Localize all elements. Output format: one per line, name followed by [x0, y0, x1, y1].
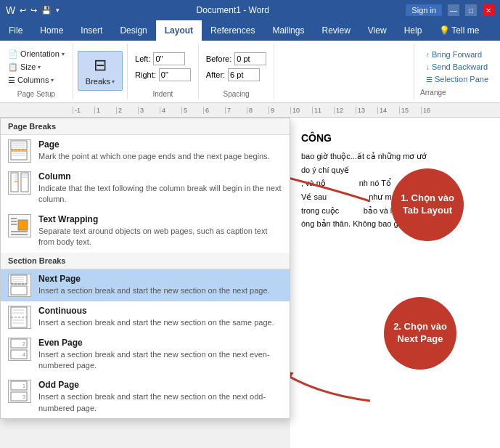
ruler-mark: 8: [247, 107, 269, 114]
spacing-content: Before: After:: [203, 45, 269, 89]
doc-para-2: do ý chí quyế: [301, 163, 489, 177]
orientation-icon: 📄: [8, 49, 18, 59]
quick-access-save[interactable]: 💾: [41, 6, 52, 15]
indent-right-input[interactable]: [159, 68, 191, 81]
bring-forward-item[interactable]: ↑ Bring Forward: [425, 49, 490, 60]
close-button[interactable]: ✕: [483, 4, 494, 16]
doc-para-6: óng bản thân. Không bao giờ biết chùn bư…: [301, 217, 489, 231]
svg-text:3: 3: [22, 394, 25, 399]
tell-me-label: Tell me: [451, 25, 479, 36]
even-page-text: Even Page Insert a section break and sta…: [38, 338, 282, 372]
even-page-item[interactable]: 2 4 Even Page Insert a section break and…: [1, 333, 290, 376]
column-break-title: Column: [38, 171, 282, 182]
ruler-mark: 16: [421, 107, 443, 114]
arrange-items: ↑ Bring Forward ↓ Send Backward ☰ Select…: [420, 46, 494, 87]
svg-text:2: 2: [22, 341, 25, 346]
page-break-item[interactable]: Page Mark the point at which one page en…: [1, 135, 290, 167]
odd-page-item[interactable]: 1 3 Odd Page Insert a section break and …: [1, 375, 290, 418]
tab-help[interactable]: Help: [396, 20, 431, 41]
page-setup-buttons: 📄 Orientation ▾ 📋 Size ▾ ☰ Columns ▾: [4, 45, 68, 89]
tab-review[interactable]: Review: [313, 20, 358, 41]
indent-group: Left: Right: Indent: [128, 44, 199, 99]
arrange-label: Arrange: [420, 89, 494, 97]
tab-view[interactable]: View: [359, 20, 396, 41]
continuous-icon-svg: [9, 306, 30, 329]
indent-area: Left: Right:: [132, 49, 194, 84]
maximize-button[interactable]: □: [465, 4, 477, 16]
columns-button[interactable]: ☰ Columns ▾: [4, 74, 68, 86]
indent-content: Left: Right:: [132, 45, 194, 89]
next-page-item[interactable]: Next Page Insert a section break and sta…: [1, 269, 290, 301]
spacing-label: Spacing: [223, 89, 249, 98]
next-page-text: Next Page Insert a section break and sta…: [38, 274, 282, 296]
even-page-desc: Insert a section break and start the new…: [38, 349, 282, 372]
arrange-group: ↑ Bring Forward ↓ Send Backward ☰ Select…: [414, 44, 500, 99]
doc-para-3: , và nộ nh nó Tổ: [301, 176, 489, 190]
spacing-after-row: After:: [206, 68, 266, 81]
tab-home[interactable]: Home: [31, 20, 72, 41]
send-backward-item[interactable]: ↓ Send Backward: [425, 62, 490, 72]
ribbon-tabs: File Home Insert Design Layout Reference…: [0, 20, 500, 41]
selection-pane-label: Selection Pane: [435, 75, 488, 84]
page-break-title: Page: [38, 139, 282, 150]
spacing-before-input[interactable]: [234, 52, 266, 65]
continuous-icon: [8, 306, 31, 329]
next-page-title: Next Page: [38, 274, 282, 284]
svg-rect-24: [11, 286, 27, 295]
ruler-marks: -1 1 2 3 4 5 6 7 8 9 10 11 12 13 14 15 1…: [73, 107, 443, 114]
quick-access-undo[interactable]: ↩: [20, 6, 26, 15]
text-wrap-item[interactable]: Text Wrapping Separate text around objec…: [1, 210, 290, 253]
orientation-button[interactable]: 📄 Orientation ▾: [4, 48, 68, 60]
ribbon-bar: 📄 Orientation ▾ 📋 Size ▾ ☰ Columns ▾ Pag…: [0, 41, 500, 103]
text-wrap-desc: Separate text around objects on web page…: [38, 226, 282, 248]
breaks-arrow: ▾: [112, 78, 115, 85]
main-content: Page Breaks Page: [0, 118, 500, 448]
spacing-before-label: Before:: [206, 54, 231, 63]
ruler-mark: 5: [181, 107, 203, 114]
evenpage-icon-svg: 2 4: [9, 338, 30, 361]
tab-file[interactable]: File: [0, 20, 31, 41]
indent-left-input[interactable]: [153, 52, 185, 65]
ruler-mark: 13: [356, 107, 377, 114]
selection-pane-item[interactable]: ☰ Selection Pane: [425, 74, 490, 84]
tab-layout[interactable]: Layout: [156, 20, 202, 41]
column-break-item[interactable]: Column Indicate that the text following …: [1, 167, 290, 210]
tab-design[interactable]: Design: [111, 20, 155, 41]
tab-tell-me[interactable]: 💡 Tell me: [430, 20, 488, 41]
svg-rect-16: [18, 220, 28, 230]
send-backward-icon: ↓: [426, 63, 430, 71]
size-button[interactable]: 📋 Size ▾: [4, 61, 68, 73]
tab-insert[interactable]: Insert: [72, 20, 111, 41]
next-page-desc: Insert a section break and start the new…: [38, 285, 282, 296]
minimize-button[interactable]: —: [448, 4, 459, 16]
page-setup-label: Page Setup: [17, 89, 55, 98]
sign-in-button[interactable]: Sign in: [406, 4, 442, 16]
tab-references[interactable]: References: [202, 20, 263, 41]
breaks-button[interactable]: ⊟ Breaks ▾: [78, 51, 123, 91]
ruler-mark: -1: [73, 107, 94, 114]
spacing-before-row: Before:: [206, 52, 266, 65]
spacing-group: Before: After: Spacing: [199, 44, 274, 99]
textwrap-icon-svg: [9, 214, 30, 237]
columns-icon: ☰: [8, 76, 15, 85]
quick-access-redo[interactable]: ↪: [30, 6, 37, 15]
columns-arrow: ▾: [51, 77, 54, 84]
continuous-item[interactable]: Continuous Insert a section break and st…: [1, 301, 290, 333]
column-break-text: Column Indicate that the text following …: [38, 171, 282, 205]
column-break-desc: Indicate that the text following the col…: [38, 183, 282, 205]
indent-label: Indent: [153, 89, 173, 98]
doc-heading: CÔNG: [301, 132, 489, 144]
size-icon: 📋: [8, 62, 18, 72]
indent-left-label: Left:: [135, 54, 150, 63]
send-backward-label: Send Backward: [432, 62, 488, 71]
page-breaks-header: Page Breaks: [1, 118, 290, 135]
page-break-icon: [8, 139, 31, 163]
spacing-after-input[interactable]: [228, 68, 260, 81]
bring-forward-icon: ↑: [426, 51, 430, 59]
svg-text:4: 4: [22, 352, 25, 357]
ruler-mark: 2: [116, 107, 138, 114]
even-page-title: Even Page: [38, 338, 282, 348]
tab-mailings[interactable]: Mailings: [263, 20, 313, 41]
column-icon-svg: [9, 171, 30, 195]
breaks-content: ⊟ Breaks ▾: [78, 45, 123, 97]
